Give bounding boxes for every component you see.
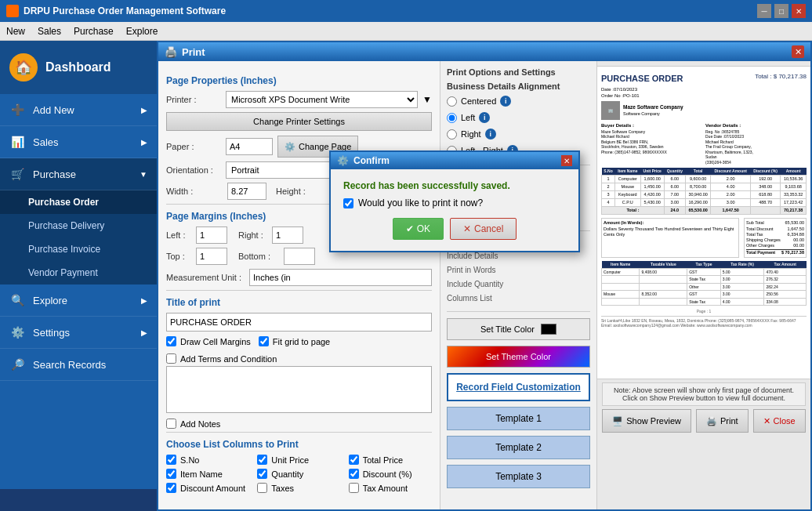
sidebar-item-explore[interactable]: 🔍 Explore ▶ (0, 284, 157, 317)
confirm-body: Record has been successfully saved. Woul… (331, 169, 578, 251)
dialog-close-button[interactable]: ✕ (792, 45, 804, 58)
confirm-titlebar: ⚙️ Confirm ✕ (331, 152, 578, 169)
info-icon-right[interactable]: i (485, 129, 496, 140)
table-row: 4C.P.U5,430.003.0016,290.003.00488.7017,… (602, 199, 807, 207)
fit-grid-checkbox[interactable] (259, 336, 269, 346)
window-close-button[interactable]: ✕ (792, 4, 806, 18)
sidebar-sub-label-order: Purchase Order (28, 197, 99, 208)
columns-title: Choose List Columns to Print (166, 439, 432, 450)
alignment-left[interactable]: Left i (447, 112, 590, 123)
app-icon (6, 5, 19, 17)
app-title: DRPU Purchase Order Management Software (24, 5, 226, 16)
print-button[interactable]: 🖨️ Print (696, 409, 749, 433)
menu-sales[interactable]: Sales (38, 26, 61, 37)
template-1-button[interactable]: Template 1 (447, 407, 590, 430)
col-taxes[interactable]: Taxes (257, 483, 340, 493)
col-discount-pct[interactable]: Discount (%) (349, 469, 432, 479)
tax-row: State Tax3.00276.32 (602, 276, 807, 284)
width-input[interactable] (227, 183, 266, 200)
preview-amount-words: Amount (In Words): Dollars Seventy Thous… (601, 218, 739, 258)
sidebar-sub-label-delivery: Purchase Delivery (28, 220, 104, 231)
menu-purchase[interactable]: Purchase (74, 26, 114, 37)
tax-row: Computer9,408.00GST5.00470.40 (602, 268, 807, 276)
separator-mid-3 (447, 311, 590, 312)
sidebar-item-settings[interactable]: ⚙️ Settings ▶ (0, 317, 157, 349)
arrow-icon: ▶ (141, 106, 147, 114)
minimize-button[interactable]: ─ (757, 4, 771, 18)
set-title-color-button[interactable]: Set Title Color (447, 318, 590, 340)
col-total-price[interactable]: Total Price (349, 455, 432, 465)
sidebar-item-sales[interactable]: 📊 Sales ▶ (0, 126, 157, 158)
table-total-row: Total :24.065,530.001,647.5070,217.38 (602, 207, 807, 215)
add-notes-checkbox[interactable] (166, 419, 176, 429)
tax-row: Mouse8,352.00GST3.00250.56 (602, 291, 807, 299)
col-sno[interactable]: S.No (166, 455, 249, 465)
info-icon-left[interactable]: i (479, 112, 490, 123)
maximize-button[interactable]: □ (774, 4, 788, 18)
sidebar-header: 🏠 Dashboard (0, 41, 157, 94)
add-notes-option[interactable]: Add Notes (166, 419, 432, 429)
right-margin-input[interactable] (272, 227, 303, 244)
sidebar-item-purchase[interactable]: 🛒 Purchase ▼ (0, 158, 157, 190)
measurement-input[interactable] (249, 269, 432, 286)
record-field-button[interactable]: Record Field Customization (447, 373, 590, 401)
sidebar-sub-item-purchase-invoice[interactable]: Purchase Invoice (0, 237, 157, 261)
fit-grid-option[interactable]: Fit grid to page (259, 336, 330, 346)
th-tax-type: Tax Type (687, 261, 721, 268)
draw-cell-margins-checkbox[interactable] (166, 336, 176, 346)
paper-input[interactable] (226, 138, 273, 155)
title-of-print-label: Title of print (166, 297, 432, 308)
col-item-name[interactable]: Item Name (166, 469, 249, 479)
cancel-button[interactable]: ✕ Cancel (450, 218, 517, 240)
col-unit-price[interactable]: Unit Price (257, 455, 340, 465)
bottom-label: Bottom : (238, 252, 277, 261)
printer-select[interactable]: Microsoft XPS Document Write (226, 91, 418, 108)
set-theme-color-button[interactable]: Set Theme Color (447, 346, 590, 368)
preview-info-row: Buyer Details : Maze Software Company Mi… (601, 123, 807, 165)
show-preview-button[interactable]: 🖥️ Show Preview (602, 409, 691, 433)
sidebar-item-sales-label: Sales (33, 136, 59, 148)
table-row: 3Keyboard4,420.007.0030,940.002.00618.80… (602, 190, 807, 198)
sidebar-item-add-new[interactable]: ➕ Add New ▶ (0, 94, 157, 126)
dialog-content: Page Properties (Inches) Printer : Micro… (158, 61, 810, 509)
th-taxable-val: Taxable Value (640, 261, 687, 268)
preview-date: Date :07/10/2023 Order No :PO-101 (601, 87, 807, 100)
menu-new[interactable]: New (6, 26, 25, 37)
title-of-print-input[interactable] (166, 313, 432, 332)
top-margin-input[interactable] (196, 248, 227, 265)
columns-grid: S.No Unit Price Total Price Item Name Qu… (166, 455, 432, 495)
table-row: 2Mouse1,450.006.008,700.004.00348.009,10… (602, 183, 807, 190)
paper-label: Paper : (166, 142, 221, 151)
info-icon-centered[interactable]: i (500, 96, 511, 107)
add-terms-option[interactable]: Add Terms and Condition (166, 353, 432, 364)
confirm-close-button[interactable]: ✕ (561, 155, 572, 166)
col-discount-amt[interactable]: Discount Amount (166, 483, 249, 493)
sidebar-item-search[interactable]: 🔎 Search Records (0, 349, 157, 381)
left-margin-input[interactable] (196, 227, 227, 244)
col-quantity[interactable]: Quantity (257, 469, 340, 479)
alignment-centered[interactable]: Centered i (447, 96, 590, 107)
title-bar: DRPU Purchase Order Management Software … (0, 0, 812, 22)
col-tax-amount[interactable]: Tax Amount (349, 483, 432, 493)
close-button[interactable]: ✕ Close (753, 409, 806, 433)
preview-doc-header: PURCHASE ORDER Total : $ 70,217.38 (601, 73, 807, 84)
draw-cell-margins-option[interactable]: Draw Cell Margins (166, 336, 251, 346)
sidebar-item-explore-label: Explore (33, 295, 67, 306)
add-terms-checkbox[interactable] (166, 353, 176, 364)
sidebar-sub-item-purchase-delivery[interactable]: Purchase Delivery (0, 214, 157, 237)
sidebar-sub-item-purchase-order[interactable]: Purchase Order (0, 190, 157, 214)
terms-textarea[interactable] (166, 366, 432, 413)
confirm-checkbox[interactable] (343, 198, 353, 208)
menu-explore[interactable]: Explore (126, 26, 158, 37)
sidebar-sub-item-vendor-payment[interactable]: Vendor Payment (0, 261, 157, 284)
alignment-right[interactable]: Right i (447, 129, 590, 140)
bottom-margin-input[interactable] (284, 248, 315, 265)
template-2-button[interactable]: Template 2 (447, 436, 590, 459)
printer-dialog-icon: 🖨️ (165, 46, 177, 58)
ok-button[interactable]: ✔ OK (393, 218, 444, 240)
preview-subtotals: Amount (In Words): Dollars Seventy Thous… (601, 218, 807, 258)
confirm-print-question[interactable]: Would you like to print it now? (343, 198, 566, 208)
template-3-button[interactable]: Template 3 (447, 465, 590, 488)
th-disc-pct: Discount (%) (750, 168, 780, 175)
change-printer-button[interactable]: Change Printer Settings (166, 112, 432, 131)
